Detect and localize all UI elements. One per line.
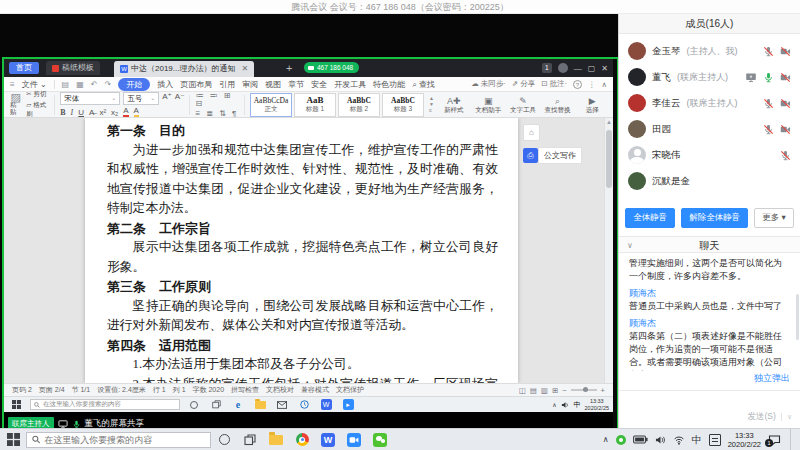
unmute-all-button[interactable]: 解除全体静音: [681, 208, 748, 228]
paste-button[interactable]: ▨ 粘贴: [10, 94, 21, 115]
font-color-icon[interactable]: A: [134, 107, 139, 117]
member-row[interactable]: 宋晓伟: [619, 142, 800, 168]
official-doc-writer-tool[interactable]: ⎙ 公文写作: [523, 147, 603, 164]
wps-home-tab[interactable]: 首页: [9, 62, 39, 74]
page-view-icon[interactable]: ▤: [530, 386, 537, 395]
shared-clock[interactable]: 13:33 2020/2/25: [585, 398, 609, 411]
menu-tab-review[interactable]: 审阅: [242, 79, 258, 90]
taskbar-clock[interactable]: 13:33 2020/2/22: [728, 431, 761, 449]
outline-view-icon[interactable]: ▥: [541, 386, 548, 395]
menu-tab-features[interactable]: 特色功能: [373, 79, 405, 90]
text-tools-button[interactable]: ✎ 文字工具: [508, 96, 538, 114]
format-painter-button[interactable]: ▱ 格式刷: [26, 101, 49, 119]
shared-task-view-icon[interactable]: [208, 398, 224, 412]
camera-off-icon[interactable]: [780, 98, 791, 109]
eye-protect-icon[interactable]: ◫: [519, 386, 526, 395]
taskbar-search-box[interactable]: [26, 432, 211, 448]
strikethrough-icon[interactable]: A̶: [89, 108, 94, 117]
new-tab-button[interactable]: +: [286, 61, 292, 75]
italic-icon[interactable]: I: [71, 108, 74, 117]
menu-file[interactable]: 文件 ⌄: [22, 79, 47, 90]
action-center-button[interactable]: 1: [768, 434, 781, 446]
share-button[interactable]: ⇗ 分享: [512, 79, 535, 89]
undo-icon[interactable]: ↶: [91, 80, 98, 89]
mic-muted-icon[interactable]: [763, 46, 774, 57]
member-row[interactable]: 田园: [619, 116, 800, 142]
menu-tab-view[interactable]: 视图: [265, 79, 281, 90]
send-button[interactable]: 发送(S): [748, 411, 776, 423]
bold-icon[interactable]: B: [60, 108, 65, 117]
scrollbar-thumb[interactable]: [606, 130, 612, 188]
hamburger-icon[interactable]: ≡: [10, 80, 15, 89]
show-desktop-button[interactable]: [790, 429, 795, 450]
chat-input-area[interactable]: 发送(S) ∨: [619, 390, 800, 428]
status-spellcheck[interactable]: 拼写检查: [231, 385, 259, 395]
document-page[interactable]: 第一条 目的 为进一步加强和规范中达集团宣传工作，维护宣传工作的严肃性和权威性，…: [85, 118, 518, 383]
print-icon[interactable]: ▦: [76, 80, 84, 89]
highlight-color-icon[interactable]: A: [123, 107, 128, 117]
member-row[interactable]: 李佳云 (联席主持人): [619, 90, 800, 116]
ime-language-indicator[interactable]: 中: [692, 433, 702, 447]
camera-off-icon[interactable]: [780, 46, 791, 57]
file-explorer-button[interactable]: [263, 429, 289, 450]
list-and-indent-icons[interactable]: ≔ ≕ ⊞ ⊟: [195, 92, 239, 108]
wps-template-tab[interactable]: 稿纸模板: [46, 61, 100, 75]
close-tab-icon[interactable]: ✕: [241, 61, 248, 77]
cortana-button[interactable]: [211, 429, 237, 450]
chrome-button[interactable]: [289, 429, 315, 450]
send-options-chevron-icon[interactable]: ∨: [781, 413, 792, 421]
members-header[interactable]: 成员(16人): [619, 14, 800, 34]
menu-find[interactable]: ⌕ 查找: [412, 79, 435, 90]
style-heading3[interactable]: AaBbC 标题 3: [382, 93, 424, 117]
mic-muted-icon[interactable]: [780, 150, 791, 161]
menu-tab-security[interactable]: 安全: [311, 79, 327, 90]
meeting-floating-pill[interactable]: 467 186 048: [304, 62, 359, 73]
shared-clock-app-icon[interactable]: [296, 398, 312, 412]
comment-button[interactable]: ⊡ 批注·: [541, 79, 567, 89]
save-icon[interactable]: ▤: [62, 80, 70, 89]
style-heading1[interactable]: AaB 标题 1: [294, 93, 336, 117]
zoom-in-icon[interactable]: +: [601, 386, 605, 395]
mic-on-icon[interactable]: [763, 72, 774, 83]
menu-tab-insert[interactable]: 插入: [157, 79, 173, 90]
scroll-up-icon[interactable]: ▲: [606, 119, 612, 125]
shared-mail-icon[interactable]: [274, 398, 290, 412]
collapse-ribbon-icon[interactable]: ∧: [602, 80, 608, 89]
member-row[interactable]: 沉默是金: [619, 168, 800, 194]
minimize-icon[interactable]: —: [574, 64, 582, 73]
shared-search-box[interactable]: 在这里输入你要搜索的内容: [30, 399, 180, 410]
style-heading2[interactable]: AaBbC 标题 2: [338, 93, 380, 117]
battery-icon[interactable]: [633, 435, 648, 444]
status-doc-protect[interactable]: 文档保护: [336, 385, 364, 395]
user-avatar-icon[interactable]: [558, 63, 568, 73]
task-view-button[interactable]: [237, 429, 263, 450]
font-name-select[interactable]: 宋体⌄: [60, 92, 120, 105]
network-icon[interactable]: [673, 435, 685, 445]
chat-header[interactable]: ∨ 聊天: [619, 236, 800, 253]
shared-speaker-icon[interactable]: [561, 401, 570, 409]
popout-chat-link[interactable]: 独立弹出: [754, 372, 790, 385]
superscript-icon[interactable]: x²: [99, 108, 106, 117]
wechat-button[interactable]: [367, 429, 393, 450]
search-input[interactable]: [44, 435, 205, 445]
find-replace-button[interactable]: ⌕ 查找替换: [543, 96, 573, 114]
mic-muted-icon[interactable]: [763, 98, 774, 109]
underline-icon[interactable]: U: [78, 108, 84, 117]
status-proofread[interactable]: 文档校对: [266, 385, 294, 395]
camera-off-icon[interactable]: [780, 124, 791, 135]
shrink-font-icon[interactable]: A⁻: [175, 92, 185, 105]
close-icon[interactable]: ✕: [601, 64, 608, 73]
zoom-slider[interactable]: [571, 389, 597, 391]
camera-off-icon[interactable]: [780, 72, 791, 83]
shared-ime-indicator[interactable]: 中: [574, 400, 581, 410]
new-style-button[interactable]: A✚ 新样式: [439, 96, 469, 114]
style-normal[interactable]: AaBbCcDa 正文: [250, 93, 292, 117]
cut-button[interactable]: ✂ 剪切: [26, 90, 49, 99]
more-menu-icon[interactable]: ⋮: [588, 80, 596, 89]
document-scrollbar[interactable]: ▲: [604, 118, 613, 383]
align-icons[interactable]: ≡ ≣ ⇅ ¶: [195, 110, 239, 118]
wps-document-tab[interactable]: W 中达（2019...理办法）的通知 ✕: [114, 61, 254, 77]
wps-button[interactable]: W: [315, 429, 341, 450]
select-button[interactable]: ▶ 选择: [577, 96, 607, 114]
mute-all-button[interactable]: 全体静音: [625, 208, 675, 228]
